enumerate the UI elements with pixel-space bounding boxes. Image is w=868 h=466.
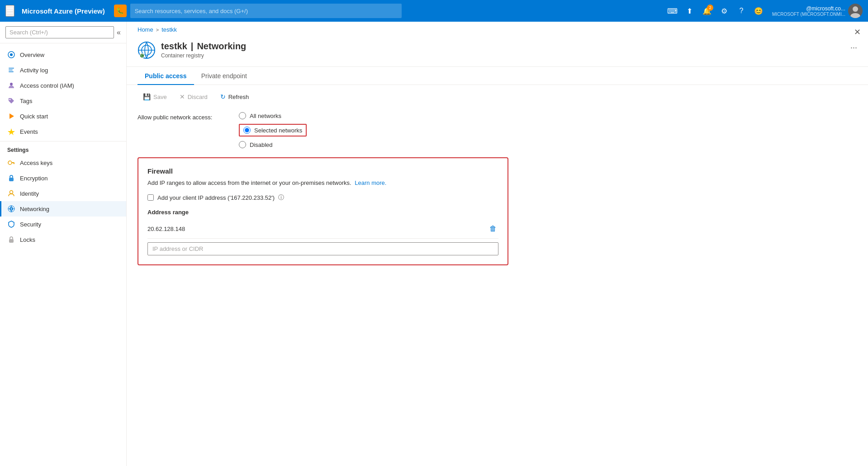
- toolbar: 💾 Save ✕ Discard ↻ Refresh: [127, 85, 868, 108]
- address-range-label: Address range: [147, 209, 498, 216]
- notifications-icon[interactable]: 🔔 2: [700, 4, 714, 18]
- page-title-area: testkk | Networking Container registry: [161, 41, 845, 59]
- svg-rect-12: [12, 162, 14, 163]
- svg-rect-4: [9, 68, 14, 69]
- locks-icon: [7, 235, 15, 244]
- quick-start-icon: [7, 112, 15, 120]
- tab-public-access[interactable]: Public access: [138, 67, 194, 85]
- more-options-button[interactable]: ···: [850, 43, 857, 52]
- radio-all-networks-input[interactable]: [239, 112, 246, 119]
- tags-icon: [7, 97, 15, 105]
- svg-point-7: [10, 83, 13, 85]
- activity-log-icon: [7, 66, 15, 74]
- topnav-icons: ⌨ ⬆ 🔔 2 ⚙ ? 😊 @microsoft.co... MICROSOFT…: [665, 4, 863, 18]
- cloud-shell-icon[interactable]: ⌨: [665, 4, 680, 18]
- sidebar-item-locks[interactable]: Locks: [0, 232, 126, 247]
- sidebar-item-access-control[interactable]: Access control (IAM): [0, 78, 126, 93]
- sidebar-item-activity-log[interactable]: Activity log: [0, 62, 126, 78]
- address-row: 20.62.128.148 🗑: [147, 219, 498, 239]
- hamburger-menu-button[interactable]: ☰: [5, 5, 14, 17]
- radio-all-networks-label: All networks: [250, 113, 281, 119]
- radio-selected-networks[interactable]: Selected networks: [239, 124, 307, 137]
- refresh-button[interactable]: ↻ Refresh: [215, 90, 255, 103]
- sidebar-item-label: Events: [20, 128, 38, 135]
- sidebar-item-access-keys[interactable]: Access keys: [0, 155, 126, 170]
- svg-rect-5: [9, 70, 13, 71]
- ip-address-input[interactable]: [147, 242, 498, 255]
- network-access-label: Allow public network access:: [138, 112, 228, 121]
- sidebar-item-label: Activity log: [20, 67, 48, 74]
- page-section-title: Networking: [197, 41, 246, 52]
- breadcrumb-current[interactable]: testkk: [161, 26, 177, 33]
- sidebar-item-security[interactable]: Security: [0, 217, 126, 232]
- radio-options: All networks Selected networks Disabled: [239, 112, 307, 148]
- sidebar-item-label: Quick start: [20, 113, 48, 120]
- sidebar-item-events[interactable]: Events: [0, 124, 126, 139]
- discard-icon: ✕: [180, 93, 185, 100]
- delete-ip-button[interactable]: 🗑: [488, 223, 498, 235]
- help-icon[interactable]: ?: [734, 4, 749, 18]
- radio-disabled-label: Disabled: [250, 141, 273, 148]
- sidebar-collapse-button[interactable]: «: [117, 28, 121, 37]
- settings-icon[interactable]: ⚙: [717, 4, 731, 18]
- refresh-icon: ↻: [220, 93, 226, 100]
- global-search-input[interactable]: [130, 4, 402, 18]
- avatar[interactable]: [848, 4, 863, 18]
- sidebar-search-input[interactable]: [5, 26, 114, 38]
- content-area: Home > testkk C testkk |: [127, 22, 868, 466]
- page-close-button[interactable]: ✕: [854, 27, 861, 37]
- identity-icon: [7, 189, 15, 198]
- discard-button[interactable]: ✕ Discard: [174, 90, 213, 103]
- svg-marker-10: [8, 128, 15, 135]
- client-ip-checkbox[interactable]: [147, 194, 154, 201]
- save-button[interactable]: 💾 Save: [138, 90, 172, 103]
- breadcrumb: Home > testkk: [127, 22, 868, 38]
- sidebar-item-label: Tags: [20, 98, 32, 104]
- svg-point-15: [10, 191, 13, 194]
- user-profile[interactable]: @microsoft.co... MICROSOFT (MICROSOFT.ON…: [772, 4, 863, 18]
- tab-private-endpoint[interactable]: Private endpoint: [194, 67, 254, 85]
- radio-disabled[interactable]: Disabled: [239, 141, 307, 148]
- feedback-icon[interactable]: 😊: [751, 4, 766, 18]
- svg-text:C: C: [141, 53, 143, 57]
- bug-icon: 🐛: [114, 5, 127, 17]
- learn-more-link[interactable]: Learn more.: [355, 179, 386, 186]
- page-title: testkk | Networking: [161, 41, 845, 52]
- sidebar-item-quick-start[interactable]: Quick start: [0, 108, 126, 124]
- firewall-section: Firewall Add IP ranges to allow access f…: [138, 157, 508, 265]
- radio-selected-networks-label: Selected networks: [254, 127, 302, 134]
- user-email: @microsoft.co...: [772, 5, 845, 12]
- client-ip-label: Add your client IP address ('167.220.233…: [157, 194, 275, 201]
- tabs-container: Public access Private endpoint: [127, 67, 868, 85]
- app-title: Microsoft Azure (Preview): [22, 7, 105, 15]
- radio-disabled-input[interactable]: [239, 141, 246, 148]
- sidebar-item-label: Access control (IAM): [20, 82, 74, 89]
- overview-icon: [7, 51, 15, 59]
- resource-icon: C: [138, 41, 156, 59]
- sidebar-item-networking[interactable]: Networking: [0, 201, 126, 217]
- svg-marker-9: [9, 113, 14, 119]
- breadcrumb-separator: >: [156, 27, 159, 33]
- sidebar-item-overview[interactable]: Overview: [0, 47, 126, 62]
- iam-icon: [7, 81, 15, 89]
- page-subtitle: Container registry: [161, 52, 845, 59]
- sidebar-item-identity[interactable]: Identity: [0, 186, 126, 201]
- svg-rect-14: [9, 178, 14, 181]
- svg-point-1: [850, 13, 860, 18]
- client-ip-info-icon[interactable]: ⓘ: [278, 193, 284, 202]
- svg-point-3: [10, 53, 13, 56]
- main-content: Allow public network access: All network…: [127, 112, 868, 276]
- firewall-title: Firewall: [147, 167, 498, 175]
- sidebar-item-encryption[interactable]: Encryption: [0, 170, 126, 186]
- radio-selected-networks-input[interactable]: [243, 127, 251, 134]
- svg-point-8: [9, 99, 11, 100]
- main-layout: « Overview Activity log Access control (…: [0, 22, 868, 466]
- save-label: Save: [153, 94, 167, 100]
- sidebar-item-label: Security: [20, 221, 41, 228]
- discard-label: Discard: [188, 94, 208, 100]
- breadcrumb-home[interactable]: Home: [138, 26, 153, 33]
- upload-icon[interactable]: ⬆: [683, 4, 697, 18]
- radio-all-networks[interactable]: All networks: [239, 112, 307, 119]
- sidebar-item-tags[interactable]: Tags: [0, 93, 126, 108]
- sidebar-navigation: Overview Activity log Access control (IA…: [0, 43, 126, 251]
